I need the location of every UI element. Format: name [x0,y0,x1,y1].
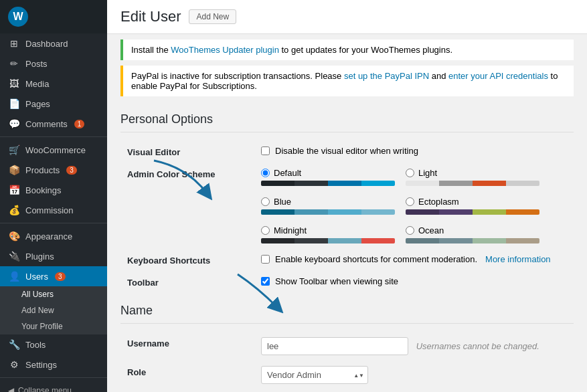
sidebar-item-bookings[interactable]: 📅 Bookings [0,180,107,200]
commission-icon: 💰 [8,205,20,215]
visual-editor-label: Visual Editor [120,140,254,163]
role-select[interactable]: Subscriber Customer Editor Author Contri… [261,366,368,384]
sidebar-item-label: Appearance [25,231,72,241]
collapse-label: Collapse menu [18,386,72,392]
toolbar-label: Toolbar [120,271,254,293]
toolbar-checkbox[interactable] [261,277,270,286]
users-submenu: All Users Add New Your Profile [0,286,107,334]
sidebar-item-label: Settings [25,360,57,370]
pages-icon: 📄 [8,98,20,109]
visual-editor-checkbox[interactable] [261,146,270,155]
color-scheme-label-light[interactable]: Light [406,168,437,178]
color-swatch [295,209,328,215]
color-swatch [506,209,539,215]
color-scheme-option-ocean: Ocean [406,225,539,243]
sidebar-item-plugins[interactable]: 🔌 Plugins [0,246,107,266]
color-swatch [261,181,295,186]
sidebar-item-settings[interactable]: ⚙ Settings [0,355,107,375]
sidebar-sub-all-users[interactable]: All Users [0,286,107,302]
color-scheme-radio-light[interactable] [406,169,414,177]
media-icon: 🖼 [8,78,20,89]
color-scheme-name: Ectoplasm [418,197,459,207]
paypal-ipn-link[interactable]: set up the PayPal IPN [344,71,429,81]
personal-options-table: Visual Editor Disable the visual editor … [120,140,574,293]
sidebar-item-dashboard[interactable]: ⊞ Dashboard [0,33,107,54]
color-swatch [406,238,439,243]
color-swatch [295,238,328,243]
keyboard-shortcuts-checkbox[interactable] [261,255,270,264]
add-new-button[interactable]: Add New [189,9,236,24]
color-swatch [328,181,361,186]
users-icon: 👤 [8,271,20,282]
color-scheme-name: Default [274,168,301,178]
color-scheme-colors [406,181,539,186]
sidebar-item-label: Pages [25,99,50,109]
sidebar-item-label: Commission [25,205,74,215]
color-scheme-radio-ectoplasm[interactable] [406,197,414,206]
sidebar-item-posts[interactable]: ✏ Posts [0,54,107,74]
sidebar-item-products[interactable]: 📦 Products 3 [0,160,107,180]
name-section-title: Name [120,293,574,324]
sidebar-item-media[interactable]: 🖼 Media [0,74,107,94]
color-swatch [361,181,395,186]
products-icon: 📦 [8,165,20,175]
color-scheme-label-ectoplasm[interactable]: Ectoplasm [406,197,459,207]
color-scheme-label-midnight[interactable]: Midnight [261,225,307,235]
color-scheme-radio-midnight[interactable] [261,226,270,235]
comments-icon: 💬 [8,118,20,129]
keyboard-shortcuts-label: Keyboard Shortcuts [120,249,254,271]
sidebar-sub-your-profile[interactable]: Your Profile [0,318,107,334]
color-scheme-label-ocean[interactable]: Ocean [406,225,444,235]
page-title: Edit User [120,8,181,25]
color-scheme-label-default[interactable]: Default [261,168,301,178]
plugins-icon: 🔌 [8,251,20,262]
first-name-label: First Name [120,389,254,392]
posts-icon: ✏ [8,58,20,69]
color-scheme-option-blue: Blue [261,197,395,215]
sidebar-logo: W [0,0,107,33]
sidebar-item-commission[interactable]: 💰 Commission [0,200,107,220]
color-swatch [473,238,506,243]
color-scheme-radio-default[interactable] [261,169,270,177]
sidebar-item-label: Plugins [25,252,54,262]
sidebar-item-tools[interactable]: 🔧 Tools [0,334,107,355]
color-scheme-radio-ocean[interactable] [406,226,414,235]
color-swatch [439,209,473,215]
sidebar-item-woocommerce[interactable]: 🛒 WooCommerce [0,140,107,160]
sidebar-item-comments[interactable]: 💬 Comments 1 [0,114,107,134]
paypal-api-link[interactable]: enter your API credentials [448,71,548,81]
role-row: Role Subscriber Customer Editor Author C… [120,361,574,389]
color-swatch [506,181,539,186]
main-header: Edit User Add New [107,0,587,34]
sidebar-item-users[interactable]: 👤 Users 3 [0,266,107,286]
color-scheme-colors [261,209,395,215]
color-swatch [406,181,439,186]
notice-text: Install the [131,45,171,55]
username-note: Usernames cannot be changed. [416,341,539,351]
personal-options-title: Personal Options [120,102,574,132]
sidebar-item-label: Bookings [25,185,61,195]
sidebar-item-pages[interactable]: 📄 Pages [0,94,107,114]
color-scheme-option-ectoplasm: Ectoplasm [406,197,539,215]
color-scheme-colors [406,238,539,243]
collapse-menu-button[interactable]: ◀ Collapse menu [0,381,107,392]
color-scheme-colors [406,209,539,215]
sidebar-item-label: Products [25,165,60,175]
color-swatch [361,209,395,215]
toolbar-check-row: Show Toolbar when viewing site [261,276,567,286]
color-scheme-colors [261,181,395,186]
visual-editor-checkbox-label: Disable the visual editor when writing [275,146,418,156]
bookings-icon: 📅 [8,185,20,195]
color-swatch [328,209,361,215]
appearance-icon: 🎨 [8,231,20,241]
color-scheme-radio-blue[interactable] [261,197,270,206]
sidebar-item-appearance[interactable]: 🎨 Appearance [0,226,107,246]
sidebar-item-label: Dashboard [25,39,68,49]
woo-updater-link[interactable]: WooThemes Updater plugin [171,45,279,55]
main-content: Edit User Add New Install the WooThemes … [107,0,587,392]
sidebar-sub-add-new[interactable]: Add New [0,302,107,318]
keyboard-shortcuts-more-info-link[interactable]: More information [485,254,551,264]
color-scheme-label-blue[interactable]: Blue [261,197,291,207]
sidebar-item-label: Users [25,272,48,282]
username-input[interactable] [261,337,408,355]
